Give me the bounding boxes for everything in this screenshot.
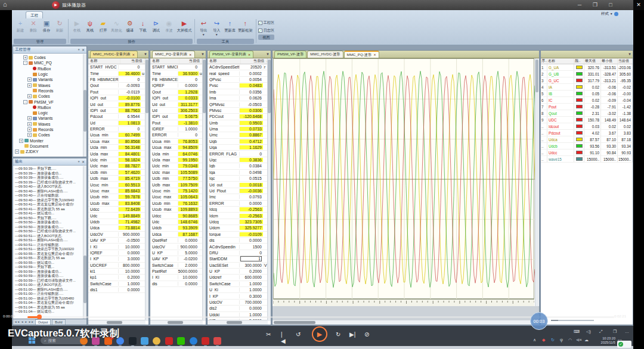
variable-row-dis1[interactable]: dis10.0000 (88, 287, 145, 293)
play-button[interactable]: ▶ (312, 326, 327, 342)
variable-row-UdcOV[interactable]: UdcOV900.0000 (88, 232, 145, 238)
chevron-up-icon[interactable]: ∧ (533, 338, 536, 342)
variable-row-Ud[interactable]: Ud1.0813 (88, 120, 145, 126)
monitor-row-IC[interactable]: 6IC0.02-0.09-0.04 (541, 97, 633, 104)
variable-row-ACdrvSpeedin[interactable]: ACdrvSpeedin1500 (208, 244, 268, 250)
close-icon[interactable]: ✕ (82, 48, 85, 52)
variable-row-Uclc_min[interactable]: Uclc_min58.1824 (88, 157, 145, 163)
collapse-icon[interactable]: - (23, 100, 27, 104)
ribbon-button-录波[interactable]: ◉录波 (163, 19, 176, 38)
close-button[interactable]: ✕ (633, 0, 644, 10)
expand-icon[interactable]: + (27, 133, 32, 137)
monitor-row-IB[interactable]: 5IB0.05-0.06-0.00 (541, 91, 633, 97)
expand-icon[interactable]: + (27, 116, 32, 120)
variable-row-FB_HBMMCERR..[interactable]: FB_HBMMCERR..0 (88, 77, 145, 83)
volume-icon[interactable]: ◁) (586, 329, 591, 334)
close-tab-icon[interactable]: ✕ (189, 53, 192, 57)
variable-row-UAV_KP[interactable]: UAV_KP-0.0200 (150, 256, 203, 262)
monitor-row-Udcb[interactable]: ..Udcb93.5693.3093.34 (541, 143, 633, 149)
ribbon-button-刷新[interactable]: ↻刷新 (53, 19, 66, 38)
scrollbar-thumb[interactable] (168, 321, 183, 324)
monitor-row-UDC[interactable]: 9UDC150.78148.49148.64 (541, 117, 633, 123)
fullscreen-icon[interactable]: ⤢ (599, 329, 603, 334)
nav-arrow-icon-3[interactable]: ►► (29, 320, 34, 323)
variable-row-Ucub_min[interactable]: Ucub_min76.1632 (150, 201, 203, 207)
minimize-button[interactable]: ─ (574, 1, 585, 9)
view-checkbox-工程区[interactable]: ✓工程区 (258, 20, 275, 26)
variable-row-Ucub_max[interactable]: Ucub_max83.8408 (88, 201, 145, 207)
variable-row-U_Ki[interactable]: U_Ki1.0000 (208, 287, 268, 293)
variable-row-QPMvsc[interactable]: QPMvsc-0.0503 (208, 101, 268, 107)
tree-item-Variants[interactable]: +Variants (13, 77, 86, 82)
wave-vscrollbar[interactable] (535, 58, 538, 306)
monitor-row-wave15[interactable]: ..wave1515000..15000..15000.. (541, 156, 633, 163)
variable-row-IQREF[interactable]: IQREF0.0000 (88, 250, 145, 256)
variable-row-Udca[interactable]: Udca87.1687 (150, 232, 203, 238)
close-tab-icon[interactable]: ✕ (373, 53, 376, 57)
scrollbar-thumb[interactable] (203, 60, 206, 113)
tab-MMC_HVDC-变量列表[interactable]: MMC_HVDC-变量列表✕ (90, 51, 138, 58)
variable-row-Ud_out[interactable]: Ud_out89.8776 (88, 101, 145, 107)
variable-row-QsetRef[interactable]: QsetRef0.0000 (150, 238, 203, 244)
tray-clock[interactable]: 10:23:202025/11/5 (590, 336, 615, 344)
ribbon-button-编译[interactable]: ⚙编译 (123, 19, 137, 38)
expand-icon[interactable]: + (27, 94, 32, 98)
variable-row-IQPI_out[interactable]: IQPI_out-0.0100 (88, 95, 145, 101)
monitor-row-Udca[interactable]: ..Udca87.5787.1087.18 (541, 136, 633, 143)
monitor-row-IA[interactable]: 4IA0.02-0.06-0.02 (541, 84, 633, 91)
pane-hscrollbar[interactable] (150, 320, 203, 325)
expand-icon[interactable]: + (27, 127, 32, 132)
view-checkbox-日志区[interactable]: ✓日志区 (258, 27, 275, 34)
monitor-row-Udcc[interactable]: ..Udcc91.1090.8490.93 (541, 149, 633, 156)
variable-row-Uclb_max[interactable]: Uclb_max109.7509 (150, 182, 203, 188)
variable-row-Ud_Plout[interactable]: Ud_Plout-0.0036 (208, 188, 268, 194)
variable-row-UAV_KP[interactable]: UAV_KP-0.0500 (88, 238, 145, 244)
monitor-row-G_UB[interactable]: 2G_UB331.01-328.47305.60 (541, 71, 633, 77)
variable-row-Udc[interactable]: Udc149.8849 (88, 213, 145, 219)
variable-row-Ucla_max[interactable]: Ucla_max84.4801 (88, 151, 145, 157)
variable-row-Ud[interactable]: Ud306.2503 (150, 108, 203, 114)
variable-row-dis[interactable]: dis0.0000 (208, 238, 268, 244)
ribbon-button-在线[interactable]: ▶在线 (70, 19, 83, 38)
variable-row-ERROR[interactable]: ERROR0 (88, 126, 145, 132)
variable-row-Pvsc[interactable]: Pvsc0.0483 (208, 83, 268, 89)
playback-progress-track[interactable] (27, 316, 614, 318)
tree-item-Logic[interactable]: Logic (13, 71, 86, 77)
variable-row-Time[interactable]: Time36.4600u (88, 70, 145, 76)
tab-MMC_PQ-变量列表[interactable]: MMC_PQ-变量列表✕ (152, 51, 195, 58)
variable-row-Udcb[interactable]: Udcb93.3909 (150, 225, 203, 231)
chevron-down-icon[interactable]: ▼ (628, 52, 631, 56)
variable-row-Ucuc_max[interactable]: Ucuc_max105.0643 (150, 194, 203, 200)
variable-row-Pout[interactable]: Pout-0.0119 (88, 89, 145, 95)
variable-row-Igc[interactable]: Igc0.0515 (208, 176, 268, 182)
tree-item-ZJDKY[interactable]: +ZJDKY (13, 149, 86, 154)
variable-row-torque[interactable]: torque-0.0109 (208, 232, 268, 238)
variable-row-Ucua_max[interactable]: Ucua_max94.8509 (150, 145, 203, 151)
nav-arrow-icon-2[interactable]: ► (24, 320, 27, 323)
tree-item-Records[interactable]: Records (13, 88, 86, 94)
variable-row-Ucuc_min[interactable]: Ucuc_min75.1420 (150, 188, 203, 194)
close-tab-icon[interactable]: ✕ (132, 53, 135, 57)
tree-item-MMC_PQ[interactable]: -MMC_PQ (13, 60, 86, 66)
playback-progress-knob[interactable] (37, 314, 42, 319)
variable-row-Udcc[interactable]: Udcc72.6439 (88, 207, 145, 213)
scrollbar-thumb[interactable] (268, 60, 271, 113)
variable-row-Pdcout[interactable]: Pdcout6.9544 (88, 114, 145, 120)
variable-row-PsetRef[interactable]: PsetRef5000.0000 (150, 269, 203, 275)
variable-row-Ucla_max[interactable]: Ucla_max99.1950 (150, 157, 203, 163)
scrollbar-thumb[interactable] (83, 90, 86, 132)
pin-icon[interactable]: ⌖ (78, 160, 80, 164)
variable-row-Udc[interactable]: Udc148.6746 (150, 219, 203, 225)
home-icon[interactable]: ⌂ (3, 1, 7, 8)
more-icon[interactable]: … (625, 329, 629, 334)
variable-row-PDCout[interactable]: PDCout-120.6468 (208, 114, 268, 120)
scrollbar-thumb[interactable] (274, 321, 315, 324)
variable-row-Udcref[interactable]: Udcref600.0000 (208, 275, 268, 281)
variable-row-IQREF[interactable]: IQREF0.0000 (150, 83, 203, 89)
variable-row-Ucuc_max[interactable]: Ucuc_max85.6843 (88, 188, 145, 194)
tree-item-RtuBox[interactable]: RtuBox (13, 105, 86, 110)
ribbon-button-调试[interactable]: ⊳调试 (150, 19, 163, 38)
ribbon-button-导出[interactable]: ↩导出▼ (197, 19, 210, 38)
expand-icon[interactable]: + (27, 122, 32, 126)
variable-row-IDREF[interactable]: IDREF1.0000 (150, 126, 203, 132)
